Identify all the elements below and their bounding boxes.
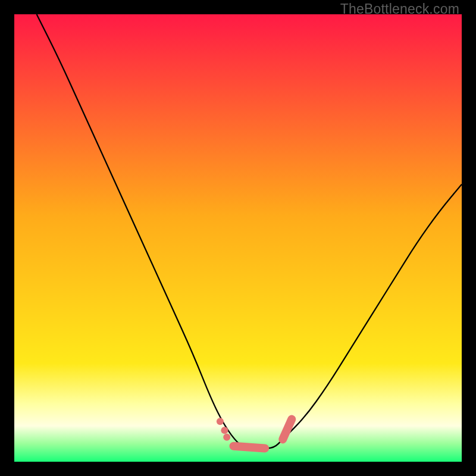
bottleneck-chart — [14, 14, 462, 462]
watermark-text: TheBottleneck.com — [340, 1, 459, 17]
marker-dot — [221, 427, 228, 434]
marker-capsule — [233, 446, 265, 449]
chart-frame — [14, 14, 462, 462]
marker-dot — [223, 434, 230, 441]
gradient-background — [14, 14, 462, 462]
marker-dot — [217, 418, 224, 425]
